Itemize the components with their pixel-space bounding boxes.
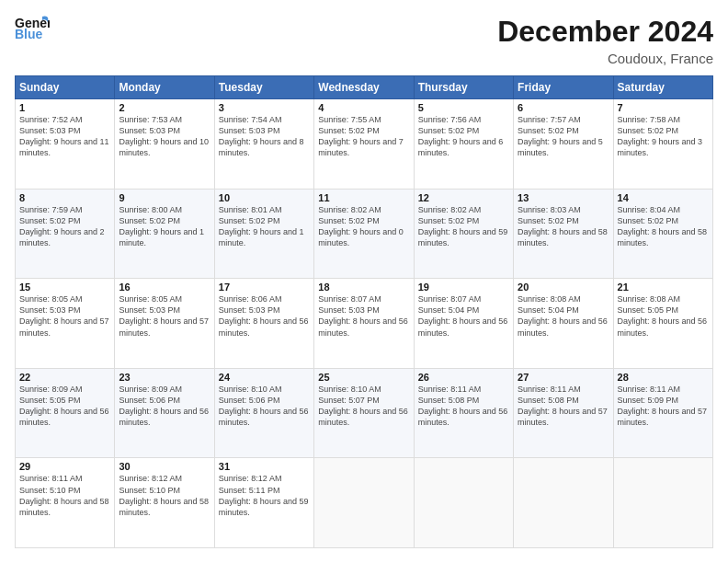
calendar-day-cell: 16 Sunrise: 8:05 AMSunset: 5:03 PMDaylig… (115, 279, 214, 369)
day-number: 18 (318, 282, 409, 293)
weekday-header: Monday (115, 76, 214, 99)
day-number: 10 (219, 192, 310, 203)
day-info: Sunrise: 7:59 AMSunset: 5:02 PMDaylight:… (19, 204, 110, 249)
calendar-day-cell: 21 Sunrise: 8:08 AMSunset: 5:05 PMDaylig… (613, 279, 712, 369)
calendar-day-cell: 18 Sunrise: 8:07 AMSunset: 5:03 PMDaylig… (314, 279, 414, 369)
weekday-header: Friday (514, 76, 613, 99)
calendar-week-row: 22 Sunrise: 8:09 AMSunset: 5:05 PMDaylig… (16, 368, 713, 458)
month-title: December 2024 (497, 15, 713, 49)
calendar-day-cell (514, 458, 613, 548)
day-info: Sunrise: 8:10 AMSunset: 5:06 PMDaylight:… (219, 384, 310, 429)
day-number: 27 (518, 372, 609, 383)
day-info: Sunrise: 7:56 AMSunset: 5:02 PMDaylight:… (418, 114, 509, 159)
calendar-day-cell: 26 Sunrise: 8:11 AMSunset: 5:08 PMDaylig… (414, 368, 513, 458)
location: Coudoux, France (497, 51, 713, 66)
calendar-day-cell: 14 Sunrise: 8:04 AMSunset: 5:02 PMDaylig… (613, 189, 712, 279)
calendar-day-cell: 23 Sunrise: 8:09 AMSunset: 5:06 PMDaylig… (115, 368, 214, 458)
calendar-day-cell: 2 Sunrise: 7:53 AMSunset: 5:03 PMDayligh… (115, 99, 214, 190)
day-number: 24 (219, 372, 310, 383)
day-info: Sunrise: 8:07 AMSunset: 5:04 PMDaylight:… (418, 293, 509, 339)
day-info: Sunrise: 7:52 AMSunset: 5:03 PMDaylight:… (19, 114, 110, 159)
day-number: 23 (119, 372, 210, 383)
page: General Blue December 2024 Coudoux, Fran… (0, 0, 728, 563)
calendar-day-cell: 17 Sunrise: 8:06 AMSunset: 5:03 PMDaylig… (214, 279, 313, 369)
day-info: Sunrise: 8:12 AMSunset: 5:11 PMDaylight:… (219, 473, 310, 518)
calendar-day-cell: 11 Sunrise: 8:02 AMSunset: 5:02 PMDaylig… (314, 189, 414, 279)
day-number: 30 (119, 461, 210, 472)
logo-icon: General Blue (15, 15, 50, 40)
day-info: Sunrise: 8:05 AMSunset: 5:03 PMDaylight:… (19, 293, 110, 339)
calendar-day-cell (613, 458, 712, 548)
title-block: December 2024 Coudoux, France (497, 15, 713, 66)
day-number: 20 (518, 282, 609, 293)
day-info: Sunrise: 8:02 AMSunset: 5:02 PMDaylight:… (318, 204, 409, 249)
day-number: 6 (518, 102, 609, 113)
calendar-day-cell: 22 Sunrise: 8:09 AMSunset: 5:05 PMDaylig… (16, 368, 115, 458)
calendar-day-cell: 1 Sunrise: 7:52 AMSunset: 5:03 PMDayligh… (16, 99, 115, 190)
day-number: 26 (418, 372, 509, 383)
day-info: Sunrise: 8:12 AMSunset: 5:10 PMDaylight:… (119, 473, 210, 518)
day-info: Sunrise: 8:11 AMSunset: 5:10 PMDaylight:… (19, 473, 110, 518)
calendar-week-row: 8 Sunrise: 7:59 AMSunset: 5:02 PMDayligh… (16, 189, 713, 279)
svg-text:Blue: Blue (15, 27, 43, 40)
day-number: 16 (119, 282, 210, 293)
calendar-week-row: 1 Sunrise: 7:52 AMSunset: 5:03 PMDayligh… (16, 99, 713, 190)
day-info: Sunrise: 8:09 AMSunset: 5:06 PMDaylight:… (119, 384, 210, 429)
calendar-day-cell: 27 Sunrise: 8:11 AMSunset: 5:08 PMDaylig… (514, 368, 613, 458)
day-info: Sunrise: 8:11 AMSunset: 5:09 PMDaylight:… (618, 384, 709, 429)
day-number: 31 (219, 461, 310, 472)
day-number: 22 (19, 372, 110, 383)
calendar-day-cell: 3 Sunrise: 7:54 AMSunset: 5:03 PMDayligh… (214, 99, 313, 190)
day-info: Sunrise: 8:11 AMSunset: 5:08 PMDaylight:… (418, 384, 509, 429)
day-info: Sunrise: 8:00 AMSunset: 5:02 PMDaylight:… (119, 204, 210, 249)
day-info: Sunrise: 8:08 AMSunset: 5:04 PMDaylight:… (518, 293, 609, 339)
day-number: 13 (518, 192, 609, 203)
day-number: 2 (119, 102, 210, 113)
calendar-week-row: 29 Sunrise: 8:11 AMSunset: 5:10 PMDaylig… (16, 458, 713, 548)
day-number: 25 (318, 372, 409, 383)
calendar-day-cell: 28 Sunrise: 8:11 AMSunset: 5:09 PMDaylig… (613, 368, 712, 458)
calendar-day-cell: 29 Sunrise: 8:11 AMSunset: 5:10 PMDaylig… (16, 458, 115, 548)
day-info: Sunrise: 7:53 AMSunset: 5:03 PMDaylight:… (119, 114, 210, 159)
weekday-header: Wednesday (314, 76, 414, 99)
day-info: Sunrise: 7:58 AMSunset: 5:02 PMDaylight:… (618, 114, 709, 159)
calendar-day-cell: 24 Sunrise: 8:10 AMSunset: 5:06 PMDaylig… (214, 368, 313, 458)
day-number: 17 (219, 282, 310, 293)
day-number: 28 (618, 372, 709, 383)
weekday-header: Sunday (16, 76, 115, 99)
day-number: 3 (219, 102, 310, 113)
calendar-day-cell: 7 Sunrise: 7:58 AMSunset: 5:02 PMDayligh… (613, 99, 712, 190)
day-info: Sunrise: 7:57 AMSunset: 5:02 PMDaylight:… (518, 114, 609, 159)
day-number: 9 (119, 192, 210, 203)
day-number: 5 (418, 102, 509, 113)
calendar-day-cell: 25 Sunrise: 8:10 AMSunset: 5:07 PMDaylig… (314, 368, 414, 458)
day-info: Sunrise: 8:02 AMSunset: 5:02 PMDaylight:… (418, 204, 509, 249)
day-number: 15 (19, 282, 110, 293)
calendar-day-cell: 19 Sunrise: 8:07 AMSunset: 5:04 PMDaylig… (414, 279, 513, 369)
weekday-header: Tuesday (214, 76, 313, 99)
calendar-day-cell: 8 Sunrise: 7:59 AMSunset: 5:02 PMDayligh… (16, 189, 115, 279)
header: General Blue December 2024 Coudoux, Fran… (15, 15, 713, 66)
day-info: Sunrise: 8:06 AMSunset: 5:03 PMDaylight:… (219, 293, 310, 339)
day-info: Sunrise: 8:05 AMSunset: 5:03 PMDaylight:… (119, 293, 210, 339)
calendar-day-cell: 30 Sunrise: 8:12 AMSunset: 5:10 PMDaylig… (115, 458, 214, 548)
day-info: Sunrise: 8:09 AMSunset: 5:05 PMDaylight:… (19, 384, 110, 429)
weekday-header: Saturday (613, 76, 712, 99)
day-info: Sunrise: 8:03 AMSunset: 5:02 PMDaylight:… (518, 204, 609, 249)
day-number: 1 (19, 102, 110, 113)
calendar-day-cell: 20 Sunrise: 8:08 AMSunset: 5:04 PMDaylig… (514, 279, 613, 369)
calendar-day-cell (314, 458, 414, 548)
day-info: Sunrise: 8:08 AMSunset: 5:05 PMDaylight:… (618, 293, 709, 339)
day-info: Sunrise: 7:54 AMSunset: 5:03 PMDaylight:… (219, 114, 310, 159)
calendar-day-cell: 31 Sunrise: 8:12 AMSunset: 5:11 PMDaylig… (214, 458, 313, 548)
day-number: 12 (418, 192, 509, 203)
day-number: 7 (618, 102, 709, 113)
day-number: 8 (19, 192, 110, 203)
weekday-header: Thursday (414, 76, 513, 99)
day-info: Sunrise: 7:55 AMSunset: 5:02 PMDaylight:… (318, 114, 409, 159)
day-number: 29 (19, 461, 110, 472)
calendar-day-cell: 15 Sunrise: 8:05 AMSunset: 5:03 PMDaylig… (16, 279, 115, 369)
day-info: Sunrise: 8:10 AMSunset: 5:07 PMDaylight:… (318, 384, 409, 429)
calendar-day-cell: 5 Sunrise: 7:56 AMSunset: 5:02 PMDayligh… (414, 99, 513, 190)
calendar-table: SundayMondayTuesdayWednesdayThursdayFrid… (15, 75, 713, 548)
